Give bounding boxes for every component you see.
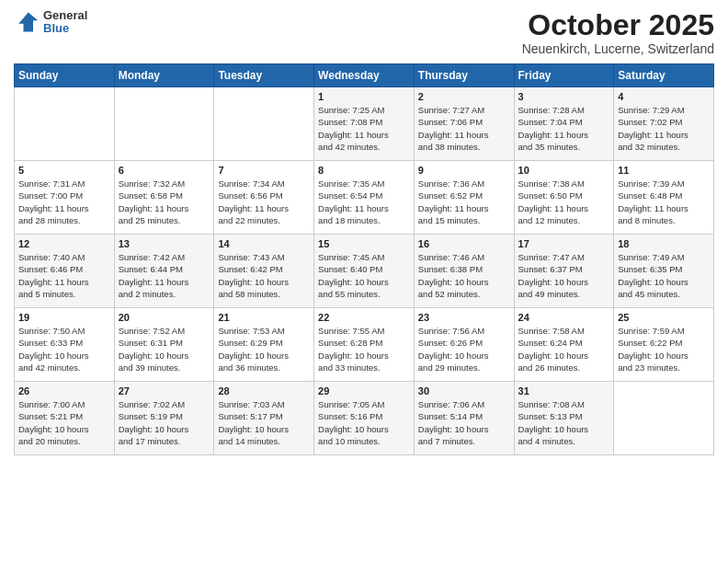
weekday-header-friday: Friday [514, 64, 614, 87]
day-info: Sunrise: 7:08 AMSunset: 5:13 PMDaylight:… [518, 398, 610, 447]
day-info: Sunrise: 7:06 AMSunset: 5:14 PMDaylight:… [418, 398, 510, 447]
day-cell: 30Sunrise: 7:06 AMSunset: 5:14 PMDayligh… [414, 382, 514, 455]
weekday-header-row: SundayMondayTuesdayWednesdayThursdayFrid… [15, 64, 714, 87]
day-info: Sunrise: 7:56 AMSunset: 6:26 PMDaylight:… [418, 325, 510, 373]
day-number: 9 [418, 165, 510, 176]
day-info: Sunrise: 7:46 AMSunset: 6:38 PMDaylight:… [418, 251, 510, 300]
week-row-4: 19Sunrise: 7:50 AMSunset: 6:33 PMDayligh… [15, 308, 714, 382]
day-number: 27 [119, 385, 210, 396]
day-cell: 11Sunrise: 7:39 AMSunset: 6:48 PMDayligh… [614, 161, 714, 235]
weekday-header-saturday: Saturday [614, 64, 714, 87]
weekday-header-monday: Monday [114, 64, 214, 87]
logo-blue-text: Blue [43, 22, 87, 35]
day-info: Sunrise: 7:53 AMSunset: 6:29 PMDaylight:… [218, 325, 310, 373]
day-cell: 29Sunrise: 7:05 AMSunset: 5:16 PMDayligh… [314, 382, 415, 455]
day-cell [114, 87, 214, 161]
week-row-2: 5Sunrise: 7:31 AMSunset: 7:00 PMDaylight… [15, 161, 714, 235]
day-cell: 17Sunrise: 7:47 AMSunset: 6:37 PMDayligh… [514, 235, 614, 308]
day-cell: 18Sunrise: 7:49 AMSunset: 6:35 PMDayligh… [614, 235, 714, 308]
day-cell: 26Sunrise: 7:00 AMSunset: 5:21 PMDayligh… [15, 382, 115, 455]
location: Neuenkirch, Lucerne, Switzerland [522, 41, 714, 56]
logo-text: General Blue [43, 9, 87, 36]
day-cell: 25Sunrise: 7:59 AMSunset: 6:22 PMDayligh… [614, 308, 714, 382]
day-number: 16 [418, 238, 510, 249]
day-number: 1 [318, 91, 410, 102]
day-cell [15, 87, 115, 161]
day-number: 22 [318, 312, 410, 323]
day-cell: 21Sunrise: 7:53 AMSunset: 6:29 PMDayligh… [214, 308, 314, 382]
logo-icon [14, 9, 40, 35]
day-number: 23 [418, 312, 510, 323]
day-number: 12 [18, 238, 110, 249]
day-number: 30 [418, 385, 510, 396]
day-cell: 10Sunrise: 7:38 AMSunset: 6:50 PMDayligh… [514, 161, 614, 235]
day-cell: 8Sunrise: 7:35 AMSunset: 6:54 PMDaylight… [314, 161, 415, 235]
day-cell: 6Sunrise: 7:32 AMSunset: 6:58 PMDaylight… [114, 161, 214, 235]
page: General Blue October 2025 Neuenkirch, Lu… [0, 0, 728, 563]
day-info: Sunrise: 7:52 AMSunset: 6:31 PMDaylight:… [119, 325, 210, 373]
day-info: Sunrise: 7:25 AMSunset: 7:08 PMDaylight:… [318, 104, 410, 153]
header: General Blue October 2025 Neuenkirch, Lu… [14, 9, 714, 56]
day-number: 8 [318, 165, 410, 176]
day-cell: 7Sunrise: 7:34 AMSunset: 6:56 PMDaylight… [214, 161, 314, 235]
week-row-3: 12Sunrise: 7:40 AMSunset: 6:46 PMDayligh… [15, 235, 714, 308]
day-number: 7 [218, 165, 310, 176]
day-number: 20 [119, 312, 210, 323]
day-info: Sunrise: 7:55 AMSunset: 6:28 PMDaylight:… [318, 325, 410, 373]
day-info: Sunrise: 7:35 AMSunset: 6:54 PMDaylight:… [318, 178, 410, 226]
day-number: 18 [618, 238, 710, 249]
day-number: 3 [518, 91, 610, 102]
day-info: Sunrise: 7:29 AMSunset: 7:02 PMDaylight:… [618, 104, 710, 153]
weekday-header-sunday: Sunday [15, 64, 115, 87]
day-info: Sunrise: 7:03 AMSunset: 5:17 PMDaylight:… [218, 398, 310, 447]
day-cell: 14Sunrise: 7:43 AMSunset: 6:42 PMDayligh… [214, 235, 314, 308]
day-cell: 24Sunrise: 7:58 AMSunset: 6:24 PMDayligh… [514, 308, 614, 382]
day-number: 17 [518, 238, 610, 249]
day-number: 29 [318, 385, 410, 396]
day-number: 14 [218, 238, 310, 249]
week-row-5: 26Sunrise: 7:00 AMSunset: 5:21 PMDayligh… [15, 382, 714, 455]
day-info: Sunrise: 7:02 AMSunset: 5:19 PMDaylight:… [119, 398, 210, 447]
day-info: Sunrise: 7:31 AMSunset: 7:00 PMDaylight:… [18, 178, 110, 226]
day-cell [614, 382, 714, 455]
day-number: 4 [618, 91, 710, 102]
day-cell: 15Sunrise: 7:45 AMSunset: 6:40 PMDayligh… [314, 235, 415, 308]
day-number: 10 [518, 165, 610, 176]
day-number: 2 [418, 91, 510, 102]
day-info: Sunrise: 7:58 AMSunset: 6:24 PMDaylight:… [518, 325, 610, 373]
day-info: Sunrise: 7:42 AMSunset: 6:44 PMDaylight:… [119, 251, 210, 300]
svg-marker-0 [18, 13, 38, 32]
day-number: 6 [119, 165, 210, 176]
day-number: 24 [518, 312, 610, 323]
month-title: October 2025 [522, 9, 714, 41]
day-cell: 20Sunrise: 7:52 AMSunset: 6:31 PMDayligh… [114, 308, 214, 382]
day-info: Sunrise: 7:43 AMSunset: 6:42 PMDaylight:… [218, 251, 310, 300]
day-cell: 22Sunrise: 7:55 AMSunset: 6:28 PMDayligh… [314, 308, 415, 382]
day-cell: 13Sunrise: 7:42 AMSunset: 6:44 PMDayligh… [114, 235, 214, 308]
day-cell: 31Sunrise: 7:08 AMSunset: 5:13 PMDayligh… [514, 382, 614, 455]
logo-general-text: General [43, 9, 87, 22]
day-cell: 12Sunrise: 7:40 AMSunset: 6:46 PMDayligh… [15, 235, 115, 308]
day-cell: 2Sunrise: 7:27 AMSunset: 7:06 PMDaylight… [414, 87, 514, 161]
day-cell: 23Sunrise: 7:56 AMSunset: 6:26 PMDayligh… [414, 308, 514, 382]
day-cell: 5Sunrise: 7:31 AMSunset: 7:00 PMDaylight… [15, 161, 115, 235]
weekday-header-tuesday: Tuesday [214, 64, 314, 87]
day-number: 26 [18, 385, 110, 396]
day-cell: 28Sunrise: 7:03 AMSunset: 5:17 PMDayligh… [214, 382, 314, 455]
day-cell: 27Sunrise: 7:02 AMSunset: 5:19 PMDayligh… [114, 382, 214, 455]
day-info: Sunrise: 7:49 AMSunset: 6:35 PMDaylight:… [618, 251, 710, 300]
day-number: 15 [318, 238, 410, 249]
day-info: Sunrise: 7:47 AMSunset: 6:37 PMDaylight:… [518, 251, 610, 300]
day-cell: 9Sunrise: 7:36 AMSunset: 6:52 PMDaylight… [414, 161, 514, 235]
day-cell [214, 87, 314, 161]
day-info: Sunrise: 7:28 AMSunset: 7:04 PMDaylight:… [518, 104, 610, 153]
day-info: Sunrise: 7:59 AMSunset: 6:22 PMDaylight:… [618, 325, 710, 373]
day-info: Sunrise: 7:05 AMSunset: 5:16 PMDaylight:… [318, 398, 410, 447]
day-number: 13 [119, 238, 210, 249]
day-number: 5 [18, 165, 110, 176]
day-number: 21 [218, 312, 310, 323]
day-number: 28 [218, 385, 310, 396]
day-info: Sunrise: 7:50 AMSunset: 6:33 PMDaylight:… [18, 325, 110, 373]
day-cell: 19Sunrise: 7:50 AMSunset: 6:33 PMDayligh… [15, 308, 115, 382]
calendar: SundayMondayTuesdayWednesdayThursdayFrid… [14, 63, 714, 455]
